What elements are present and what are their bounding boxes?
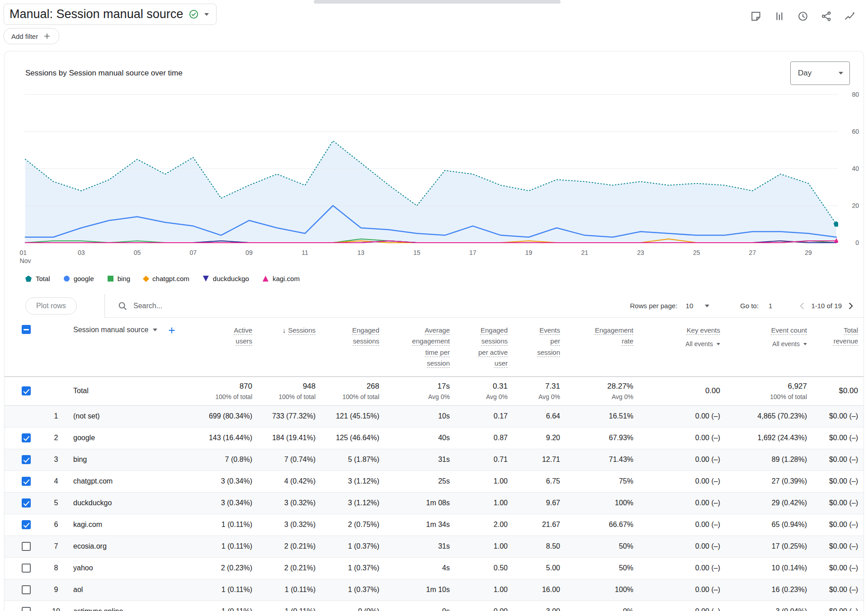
x-axis-label: 03 <box>78 247 85 257</box>
metric-cell: 16.00 <box>513 579 566 601</box>
table-row-not-set: 1(not set)699 (80.34%)733 (77.32%)121 (4… <box>5 405 863 427</box>
insights-icon[interactable] <box>844 10 856 23</box>
checkbox-cell <box>5 557 48 579</box>
column-header-key-events[interactable]: Key eventsAll events <box>639 318 726 376</box>
metric-cell: 100% <box>566 579 639 601</box>
next-page-button[interactable] <box>844 300 857 312</box>
checkbox-cell <box>5 405 48 427</box>
x-axis-label: 29 <box>805 247 812 257</box>
checkbox-cell <box>5 427 48 449</box>
report-title-box[interactable]: Manual: Session manual source <box>4 4 217 25</box>
row-checkbox[interactable] <box>22 455 31 464</box>
add-filter-button[interactable]: Add filter <box>4 28 59 44</box>
metric-cell: 0.00 (–) <box>639 601 726 611</box>
legend-item-kagi-com[interactable]: kagi.com <box>263 275 300 282</box>
column-header-engaged-sessions[interactable]: Engaged sessions <box>321 318 385 376</box>
title-dropdown-caret-icon[interactable] <box>204 13 209 16</box>
plot-rows-button[interactable]: Plot rows <box>25 297 77 315</box>
row-checkbox[interactable] <box>22 520 31 529</box>
column-header-engagement-rate[interactable]: Engagement rate <box>566 318 639 376</box>
dimension-value: astimvnc.online <box>64 601 173 611</box>
metric-cell: 0.00 (–) <box>639 514 726 536</box>
page-notes-icon[interactable] <box>750 10 762 23</box>
row-checkbox[interactable] <box>22 607 31 611</box>
column-header-event-count[interactable]: Event countAll events <box>726 318 812 376</box>
y-axis-label: 60 <box>852 128 859 135</box>
total-metric-cell: 268100% of total <box>321 376 385 405</box>
checkbox-cell <box>5 579 48 601</box>
row-checkbox[interactable] <box>22 498 31 508</box>
dimension-value: chatgpt.com <box>64 470 173 492</box>
dimension-value: kagi.com <box>64 514 173 536</box>
share-icon[interactable] <box>820 10 833 23</box>
report-card: Sessions by Session manual source over t… <box>5 52 863 611</box>
metric-cell: 16 (0.23%) <box>726 579 812 601</box>
metric-cell: 9.67 <box>513 492 566 514</box>
row-checkbox[interactable] <box>22 585 31 594</box>
legend-item-duckduckgo[interactable]: duckduckgo <box>203 275 249 282</box>
all-events-dropdown[interactable]: All events <box>726 340 807 348</box>
metric-cell: 0.00 (–) <box>639 557 726 579</box>
add-dimension-button[interactable] <box>167 325 177 335</box>
dimension-select[interactable]: Session manual source <box>73 326 157 334</box>
goto-page-input[interactable]: 1 <box>769 302 772 310</box>
rows-per-page-select[interactable]: 10 <box>686 302 710 310</box>
total-row-checkbox[interactable] <box>22 386 31 395</box>
row-checkbox[interactable] <box>22 433 31 442</box>
column-header-avg-engagement-time[interactable]: Average engagement time per session <box>385 318 455 376</box>
legend-item-chatgpt-com[interactable]: chatgpt.com <box>144 275 189 282</box>
legend-item-google[interactable]: google <box>64 275 94 282</box>
search-box <box>118 301 335 311</box>
legend-label: Total <box>36 275 50 282</box>
column-label: Sessions <box>288 325 316 336</box>
metric-cell: 16.51% <box>566 405 639 427</box>
row-checkbox[interactable] <box>22 477 31 486</box>
granularity-select[interactable]: Day <box>790 61 850 85</box>
chevron-down-icon <box>803 343 807 345</box>
x-axis-label: 23 <box>637 247 644 257</box>
row-checkbox[interactable] <box>22 542 31 551</box>
column-header-active-users[interactable]: Active users <box>173 318 258 376</box>
metric-cell: $0.00 (–) <box>812 579 863 601</box>
metric-cell: 0% <box>566 601 639 611</box>
row-checkbox[interactable] <box>22 564 31 573</box>
metric-cell: 2 (0.21%) <box>258 557 321 579</box>
x-axis-label: 19 <box>525 247 533 257</box>
previous-page-button[interactable] <box>796 300 808 312</box>
metric-cell: 1 (0.37%) <box>321 536 385 557</box>
table-row-astimvnc-online: 10astimvnc.online1 (0.11%)1 (0.11%)0 (0%… <box>5 601 863 611</box>
column-label: Events per session <box>535 325 560 358</box>
metric-cell: 1 (0.37%) <box>321 579 385 601</box>
all-events-dropdown[interactable]: All events <box>639 340 720 348</box>
total-metric-cell: $0.00 <box>812 376 863 405</box>
dimension-value: yahoo <box>64 557 173 579</box>
chart-legend: Totalgooglebingchatgpt.comduckduckgokagi… <box>5 267 863 294</box>
metric-cell: $0.00 (–) <box>812 449 863 470</box>
comparisons-icon[interactable] <box>773 10 786 23</box>
metric-cell: 3 (0.34%) <box>173 492 258 514</box>
chevron-down-icon <box>153 329 157 331</box>
horizontal-scrollbar-thumb[interactable] <box>314 0 561 4</box>
column-header-engaged-sessions-per-active-user[interactable]: Engaged sessions per active user <box>455 318 513 376</box>
column-header-sessions[interactable]: ↓Sessions <box>258 318 321 376</box>
column-header-total-revenue[interactable]: Total revenue <box>812 318 863 376</box>
checkbox-cell <box>5 514 48 536</box>
total-metric-cell: 28.27%Avg 0% <box>566 376 639 405</box>
column-header-events-per-session[interactable]: Events per session <box>513 318 566 376</box>
checkbox-cell <box>5 492 48 514</box>
metric-cell: 7 (0.8%) <box>173 449 258 470</box>
metric-cell: $0.00 (–) <box>812 405 863 427</box>
metric-cell: 0.00 (–) <box>639 427 726 449</box>
total-row: Total870100% of total948100% of total268… <box>5 376 863 405</box>
metric-cell: 0.00 <box>455 601 513 611</box>
select-all-checkbox[interactable] <box>22 325 31 334</box>
legend-item-total[interactable]: Total <box>25 275 50 282</box>
row-number: 4 <box>48 470 64 492</box>
metric-cell: 7 (0.74%) <box>258 449 321 470</box>
history-icon[interactable] <box>797 10 809 23</box>
all-events-label: All events <box>685 340 713 348</box>
top-bar: Manual: Session manual source <box>0 0 868 26</box>
legend-item-bing[interactable]: bing <box>108 275 130 282</box>
search-input[interactable] <box>133 302 305 310</box>
metric-cell: 25s <box>385 470 455 492</box>
